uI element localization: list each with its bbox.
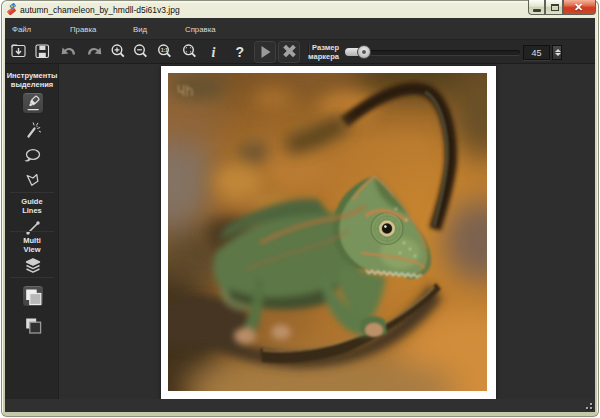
svg-text:?: ? [236, 44, 245, 60]
svg-text:i: i [212, 45, 216, 60]
svg-text:1:1: 1:1 [161, 47, 168, 53]
